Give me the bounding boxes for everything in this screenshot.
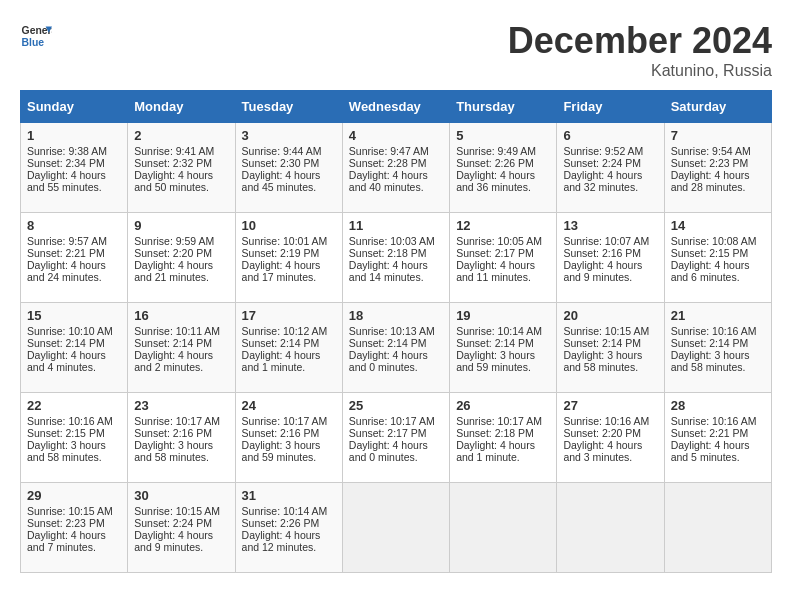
day-number: 3: [242, 128, 336, 143]
day-info-line: and 58 minutes.: [671, 361, 765, 373]
day-info-line: Sunrise: 10:05 AM: [456, 235, 550, 247]
day-info-line: Daylight: 4 hours: [349, 349, 443, 361]
day-info-line: Sunrise: 9:44 AM: [242, 145, 336, 157]
day-info-line: Daylight: 4 hours: [134, 349, 228, 361]
calendar-cell: 24Sunrise: 10:17 AMSunset: 2:16 PMDaylig…: [235, 393, 342, 483]
day-number: 7: [671, 128, 765, 143]
day-info-line: and 0 minutes.: [349, 451, 443, 463]
day-info-line: Daylight: 4 hours: [456, 439, 550, 451]
day-info-line: and 58 minutes.: [134, 451, 228, 463]
day-info-line: Sunset: 2:34 PM: [27, 157, 121, 169]
calendar-cell: 9Sunrise: 9:59 AMSunset: 2:20 PMDaylight…: [128, 213, 235, 303]
day-number: 13: [563, 218, 657, 233]
title-area: December 2024 Katunino, Russia: [508, 20, 772, 80]
day-info-line: Daylight: 3 hours: [563, 349, 657, 361]
day-info-line: Sunrise: 9:57 AM: [27, 235, 121, 247]
day-info-line: Daylight: 4 hours: [134, 259, 228, 271]
day-info-line: Sunrise: 9:54 AM: [671, 145, 765, 157]
calendar-row-2: 8Sunrise: 9:57 AMSunset: 2:21 PMDaylight…: [21, 213, 772, 303]
day-number: 1: [27, 128, 121, 143]
day-number: 6: [563, 128, 657, 143]
day-info-line: Daylight: 4 hours: [671, 169, 765, 181]
day-info-line: Sunrise: 10:14 AM: [242, 505, 336, 517]
day-info-line: and 36 minutes.: [456, 181, 550, 193]
calendar-cell: 15Sunrise: 10:10 AMSunset: 2:14 PMDaylig…: [21, 303, 128, 393]
day-info-line: and 32 minutes.: [563, 181, 657, 193]
col-saturday: Saturday: [664, 91, 771, 123]
day-number: 27: [563, 398, 657, 413]
day-info-line: Sunrise: 10:14 AM: [456, 325, 550, 337]
calendar-cell: 19Sunrise: 10:14 AMSunset: 2:14 PMDaylig…: [450, 303, 557, 393]
day-info-line: Sunrise: 10:16 AM: [563, 415, 657, 427]
calendar-cell: 20Sunrise: 10:15 AMSunset: 2:14 PMDaylig…: [557, 303, 664, 393]
day-info-line: Sunset: 2:24 PM: [563, 157, 657, 169]
day-info-line: Daylight: 3 hours: [242, 439, 336, 451]
day-number: 11: [349, 218, 443, 233]
day-info-line: Sunrise: 9:52 AM: [563, 145, 657, 157]
day-info-line: Sunset: 2:16 PM: [242, 427, 336, 439]
calendar-cell: 2Sunrise: 9:41 AMSunset: 2:32 PMDaylight…: [128, 123, 235, 213]
day-info-line: Sunset: 2:23 PM: [671, 157, 765, 169]
calendar-body: 1Sunrise: 9:38 AMSunset: 2:34 PMDaylight…: [21, 123, 772, 573]
calendar-cell: 27Sunrise: 10:16 AMSunset: 2:20 PMDaylig…: [557, 393, 664, 483]
calendar-cell: 11Sunrise: 10:03 AMSunset: 2:18 PMDaylig…: [342, 213, 449, 303]
location-title: Katunino, Russia: [508, 62, 772, 80]
day-number: 31: [242, 488, 336, 503]
day-info-line: Sunset: 2:14 PM: [27, 337, 121, 349]
col-sunday: Sunday: [21, 91, 128, 123]
day-info-line: and 58 minutes.: [27, 451, 121, 463]
month-title: December 2024: [508, 20, 772, 62]
calendar-cell: 18Sunrise: 10:13 AMSunset: 2:14 PMDaylig…: [342, 303, 449, 393]
day-info-line: Sunrise: 10:15 AM: [134, 505, 228, 517]
day-info-line: Sunset: 2:16 PM: [134, 427, 228, 439]
calendar-row-3: 15Sunrise: 10:10 AMSunset: 2:14 PMDaylig…: [21, 303, 772, 393]
calendar-cell: 16Sunrise: 10:11 AMSunset: 2:14 PMDaylig…: [128, 303, 235, 393]
col-monday: Monday: [128, 91, 235, 123]
day-info-line: Daylight: 4 hours: [27, 349, 121, 361]
day-info-line: Sunset: 2:14 PM: [563, 337, 657, 349]
calendar-cell: 3Sunrise: 9:44 AMSunset: 2:30 PMDaylight…: [235, 123, 342, 213]
day-info-line: Daylight: 4 hours: [456, 259, 550, 271]
day-number: 5: [456, 128, 550, 143]
col-friday: Friday: [557, 91, 664, 123]
day-number: 24: [242, 398, 336, 413]
day-info-line: Daylight: 4 hours: [563, 259, 657, 271]
calendar-cell: 21Sunrise: 10:16 AMSunset: 2:14 PMDaylig…: [664, 303, 771, 393]
day-info-line: Daylight: 3 hours: [456, 349, 550, 361]
calendar-cell: 7Sunrise: 9:54 AMSunset: 2:23 PMDaylight…: [664, 123, 771, 213]
logo-icon: General Blue: [20, 20, 52, 52]
day-number: 20: [563, 308, 657, 323]
day-info-line: and 4 minutes.: [27, 361, 121, 373]
day-info-line: Sunset: 2:30 PM: [242, 157, 336, 169]
day-info-line: Sunrise: 10:15 AM: [563, 325, 657, 337]
day-number: 12: [456, 218, 550, 233]
day-info-line: Daylight: 4 hours: [671, 439, 765, 451]
day-info-line: Sunset: 2:18 PM: [456, 427, 550, 439]
day-info-line: Daylight: 4 hours: [242, 169, 336, 181]
day-number: 26: [456, 398, 550, 413]
day-info-line: Sunrise: 10:10 AM: [27, 325, 121, 337]
day-info-line: Daylight: 4 hours: [349, 439, 443, 451]
calendar-cell: 26Sunrise: 10:17 AMSunset: 2:18 PMDaylig…: [450, 393, 557, 483]
day-number: 19: [456, 308, 550, 323]
day-info-line: Sunrise: 10:01 AM: [242, 235, 336, 247]
calendar-row-5: 29Sunrise: 10:15 AMSunset: 2:23 PMDaylig…: [21, 483, 772, 573]
day-info-line: Sunrise: 10:17 AM: [456, 415, 550, 427]
calendar-cell: 10Sunrise: 10:01 AMSunset: 2:19 PMDaylig…: [235, 213, 342, 303]
day-info-line: Sunset: 2:14 PM: [456, 337, 550, 349]
col-wednesday: Wednesday: [342, 91, 449, 123]
day-info-line: Sunrise: 10:11 AM: [134, 325, 228, 337]
calendar-cell: 8Sunrise: 9:57 AMSunset: 2:21 PMDaylight…: [21, 213, 128, 303]
calendar-cell: 1Sunrise: 9:38 AMSunset: 2:34 PMDaylight…: [21, 123, 128, 213]
day-info-line: Sunrise: 10:08 AM: [671, 235, 765, 247]
day-info-line: Sunset: 2:14 PM: [671, 337, 765, 349]
day-info-line: Sunrise: 9:47 AM: [349, 145, 443, 157]
calendar-cell: 6Sunrise: 9:52 AMSunset: 2:24 PMDaylight…: [557, 123, 664, 213]
day-number: 15: [27, 308, 121, 323]
day-number: 8: [27, 218, 121, 233]
day-number: 14: [671, 218, 765, 233]
calendar-cell: 30Sunrise: 10:15 AMSunset: 2:24 PMDaylig…: [128, 483, 235, 573]
day-info-line: Daylight: 3 hours: [671, 349, 765, 361]
day-info-line: and 2 minutes.: [134, 361, 228, 373]
day-info-line: Sunset: 2:14 PM: [242, 337, 336, 349]
